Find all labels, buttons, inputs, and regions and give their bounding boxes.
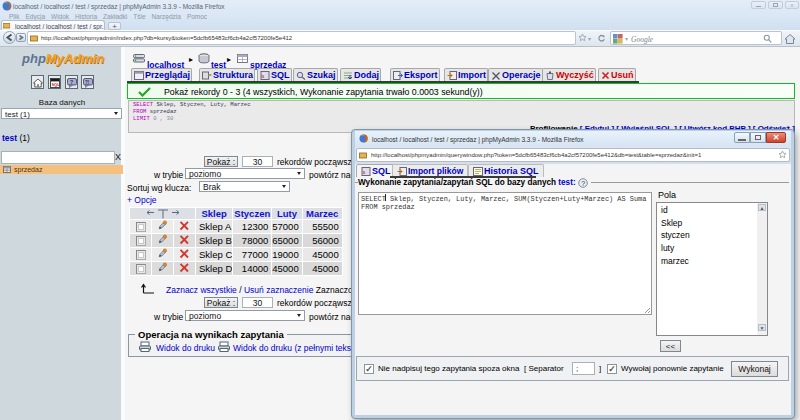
svg-text:s: s — [262, 73, 265, 79]
svg-text:s: s — [363, 169, 366, 175]
svg-text:?: ? — [581, 180, 585, 187]
svg-text:?!: ?! — [85, 79, 90, 84]
svg-text:?: ? — [70, 78, 73, 84]
svg-text:SQL: SQL — [51, 82, 60, 87]
